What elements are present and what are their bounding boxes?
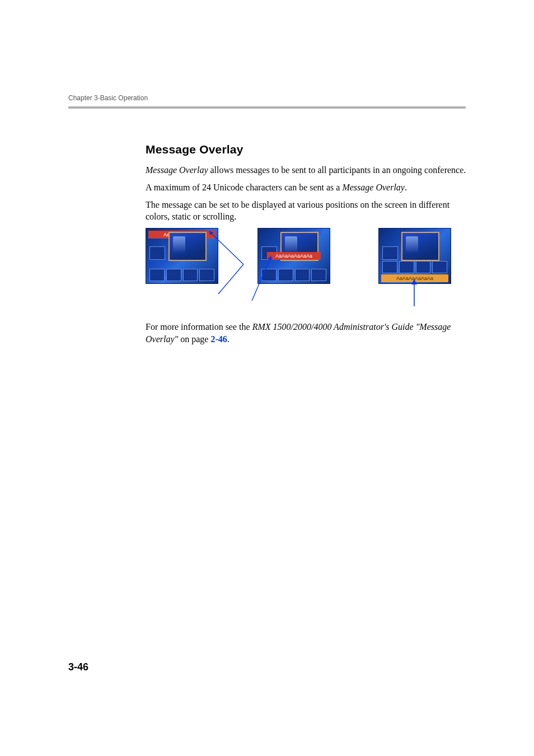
page-xref-link[interactable]: 2-46 (210, 334, 227, 344)
p4-italic1: RMX 1500/2000/4000 Administrator's Guide (252, 322, 414, 332)
layout-bottom-cells (149, 269, 214, 281)
layout-bottom-cells (261, 269, 326, 281)
layout-thumb-top: AaAaAaAaAaAa (146, 228, 218, 284)
layout-thumb-middle: AaAaAaAaAaAa (257, 228, 330, 284)
p4-pre: For more information see the (146, 322, 252, 332)
layout-thumb-bottom: AaAaAaAaAaAa (378, 228, 451, 284)
overlay-banner-bottom: AaAaAaAaAaAa (381, 274, 448, 282)
p4-post-pre-link: on page (178, 334, 210, 344)
p1-term: Message Overlay (146, 165, 208, 175)
svg-line-1 (218, 264, 243, 294)
layout-bottom-cells (382, 261, 447, 273)
p1-rest: allows messages to be sent to all partic… (208, 165, 466, 175)
overlay-banner-middle: AaAaAaAaAaAa (267, 252, 321, 260)
paragraph-1: Message Overlay allows messages to be se… (146, 164, 467, 176)
section-title: Message Overlay (146, 143, 467, 156)
page-number: 3-46 (68, 661, 88, 673)
header-rule (68, 106, 466, 109)
paragraph-3: The message can be set to be displayed a… (146, 199, 467, 222)
p2-pre: A maximum of 24 Unicode characters can b… (146, 183, 342, 192)
layout-side-cell (382, 246, 398, 260)
layout-main-cell (168, 232, 207, 261)
p4-post: . (227, 334, 229, 344)
content-area: Message Overlay Message Overlay allows m… (146, 143, 467, 351)
paragraph-2: A maximum of 24 Unicode characters can b… (146, 181, 467, 193)
layout-side-cell (149, 246, 165, 260)
running-head: Chapter 3-Basic Operation (68, 94, 148, 102)
thumbnail-row: AaAaAaAaAaAa AaAaAaAaAaAa (146, 228, 467, 306)
p2-term: Message Overlay (342, 183, 405, 192)
paragraph-4: For more information see the RMX 1500/20… (146, 321, 467, 344)
layout-main-cell (401, 232, 439, 261)
p2-post: . (405, 183, 407, 192)
